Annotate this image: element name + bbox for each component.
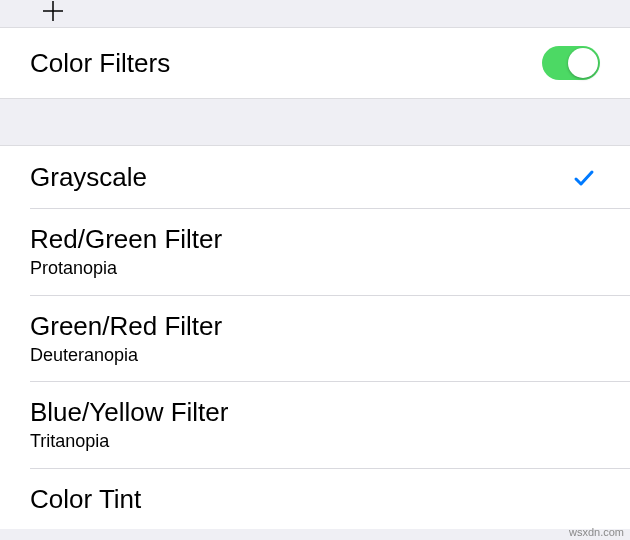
list-item-subtitle: Protanopia <box>30 257 222 280</box>
list-item-title: Green/Red Filter <box>30 311 222 342</box>
filter-item-grayscale[interactable]: Grayscale <box>0 146 630 208</box>
filter-item-red-green[interactable]: Red/Green Filter Protanopia <box>0 208 630 295</box>
list-item-subtitle: Tritanopia <box>30 430 228 453</box>
list-item-text: Red/Green Filter Protanopia <box>30 224 222 281</box>
list-item-title: Grayscale <box>30 162 147 193</box>
watermark: wsxdn.com <box>569 526 624 538</box>
color-filters-label: Color Filters <box>30 48 170 79</box>
list-item-title: Blue/Yellow Filter <box>30 397 228 428</box>
list-item-text: Green/Red Filter Deuteranopia <box>30 311 222 368</box>
filter-item-color-tint[interactable]: Color Tint <box>0 468 630 529</box>
list-item-title: Color Tint <box>30 484 141 515</box>
list-item-text: Color Tint <box>30 484 141 515</box>
list-item-title: Red/Green Filter <box>30 224 222 255</box>
filter-item-blue-yellow[interactable]: Blue/Yellow Filter Tritanopia <box>0 381 630 468</box>
color-filters-toggle[interactable] <box>542 46 600 80</box>
filter-list: Grayscale Red/Green Filter Protanopia Gr… <box>0 146 630 529</box>
list-item-text: Blue/Yellow Filter Tritanopia <box>30 397 228 454</box>
color-filters-row[interactable]: Color Filters <box>0 28 630 98</box>
color-filters-section: Color Filters <box>0 28 630 98</box>
toggle-knob <box>568 48 598 78</box>
top-bar <box>0 0 630 28</box>
plus-icon <box>42 0 64 22</box>
section-spacer <box>0 98 630 146</box>
list-item-text: Grayscale <box>30 162 147 193</box>
list-item-subtitle: Deuteranopia <box>30 344 222 367</box>
filter-item-green-red[interactable]: Green/Red Filter Deuteranopia <box>0 295 630 382</box>
checkmark-icon <box>572 166 596 194</box>
